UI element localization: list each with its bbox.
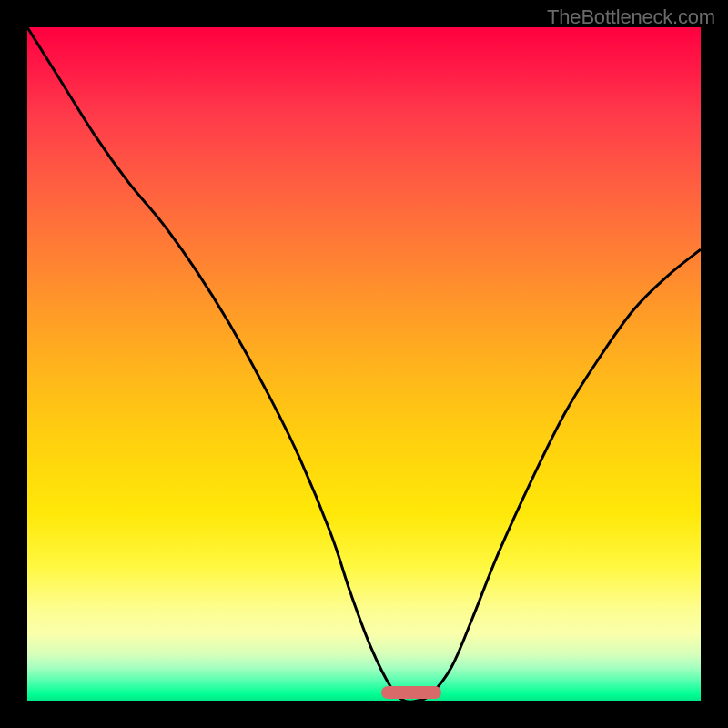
watermark-text: TheBottleneck.com <box>547 5 715 29</box>
bottleneck-curve <box>27 27 701 701</box>
optimal-marker <box>381 686 442 699</box>
plot-area <box>27 27 701 701</box>
curve-path <box>27 27 701 701</box>
